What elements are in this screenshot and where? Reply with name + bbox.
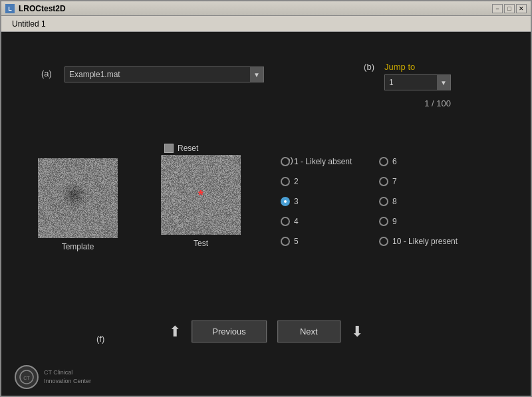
- footer-line1: CT Clinical: [44, 368, 91, 377]
- jump-dropdown[interactable]: 1 ▼: [384, 74, 451, 90]
- radio-8[interactable]: [379, 197, 388, 206]
- nav-area: ⬆ Previous Next ⬇: [169, 321, 363, 342]
- jump-area: Jump to 1 ▼: [384, 62, 451, 90]
- rating-row-8: 8: [379, 197, 458, 206]
- radio-label-4: 4: [294, 217, 299, 226]
- radio-label-3: 3: [294, 197, 299, 206]
- file-value: Example1.mat: [65, 70, 250, 79]
- radio-10[interactable]: [379, 237, 388, 246]
- minimize-button[interactable]: −: [492, 4, 503, 13]
- image-counter: 1 / 100: [424, 98, 451, 108]
- label-f: (f): [96, 334, 104, 344]
- radio-3[interactable]: [281, 197, 290, 206]
- radio-6[interactable]: [379, 157, 388, 166]
- radio-label-1: 1 - Likely absent: [294, 157, 352, 166]
- template-area: Template: [38, 158, 118, 251]
- close-button[interactable]: ✕: [516, 4, 527, 13]
- file-dropdown-arrow: ▼: [250, 67, 263, 82]
- previous-button[interactable]: Previous: [192, 321, 267, 342]
- reset-label: Reset: [178, 144, 198, 153]
- radio-label-8: 8: [392, 197, 397, 206]
- jump-title: Jump to: [384, 62, 451, 72]
- label-b: (b): [364, 62, 374, 72]
- rating-row-1: 1 - Likely absent: [281, 157, 359, 166]
- radio-4[interactable]: [281, 217, 290, 226]
- window-controls: − □ ✕: [492, 4, 527, 13]
- radio-label-9: 9: [392, 217, 397, 226]
- rating-row-9: 9: [379, 217, 458, 226]
- file-dropdown[interactable]: Example1.mat ▼: [65, 66, 264, 82]
- rating-row-7: 7: [379, 177, 458, 186]
- rating-row-6: 6: [379, 157, 458, 166]
- radio-1[interactable]: [281, 157, 290, 166]
- label-a: (a): [41, 68, 52, 78]
- template-label: Template: [62, 242, 94, 251]
- ratings-grid: 1 - Likely absent 6 2 7 3: [281, 157, 458, 251]
- ct-logo-icon: CT: [19, 369, 35, 385]
- footer-text: CT Clinical Innovation Center: [44, 368, 91, 385]
- file-area: Example1.mat ▼: [65, 66, 264, 82]
- next-button[interactable]: Next: [277, 321, 340, 342]
- footer-logo: CT: [15, 365, 39, 389]
- up-arrow-icon: ⬆: [169, 325, 181, 339]
- app-icon: L: [5, 4, 15, 13]
- test-area: * Test: [161, 155, 241, 248]
- radio-label-5: 5: [294, 237, 299, 246]
- main-content: (a) Example1.mat ▼ (b) Jump to 1 ▼ 1 / 1…: [1, 32, 531, 396]
- maximize-button[interactable]: □: [504, 4, 515, 13]
- svg-text:CT: CT: [23, 376, 30, 380]
- footer-line2: Innovation Center: [44, 377, 91, 386]
- window-title: LROCtest2D: [19, 4, 492, 13]
- down-arrow-icon: ⬇: [351, 325, 363, 339]
- reset-checkbox[interactable]: [164, 144, 174, 153]
- rating-row-5: 5: [281, 237, 359, 246]
- tab-untitled[interactable]: Untitled 1: [7, 18, 51, 30]
- test-image: *: [161, 155, 241, 235]
- main-window: L LROCtest2D − □ ✕ Untitled 1 (a) Exampl…: [0, 0, 532, 397]
- radio-label-2: 2: [294, 177, 299, 186]
- test-label: Test: [194, 239, 208, 248]
- radio-7[interactable]: [379, 177, 388, 186]
- rating-row-3: 3: [281, 197, 359, 206]
- footer: CT CT Clinical Innovation Center: [15, 365, 91, 389]
- radio-5[interactable]: [281, 237, 290, 246]
- radio-9[interactable]: [379, 217, 388, 226]
- jump-value: 1: [385, 78, 437, 87]
- menu-bar: Untitled 1: [1, 16, 531, 32]
- radio-label-7: 7: [392, 177, 397, 186]
- reset-area: Reset: [164, 144, 198, 153]
- template-canvas: [38, 158, 118, 238]
- rating-area: 1 - Likely absent 6 2 7 3: [281, 157, 458, 251]
- rating-row-10: 10 - Likely present: [379, 237, 458, 246]
- title-bar: L LROCtest2D − □ ✕: [1, 1, 531, 16]
- radio-label-10: 10 - Likely present: [392, 237, 458, 246]
- radio-2[interactable]: [281, 177, 290, 186]
- jump-dropdown-arrow: ▼: [437, 75, 450, 90]
- rating-row-4: 4: [281, 217, 359, 226]
- radio-label-6: 6: [392, 157, 397, 166]
- rating-row-2: 2: [281, 177, 359, 186]
- red-star-marker: *: [198, 188, 203, 201]
- template-image: [38, 158, 118, 238]
